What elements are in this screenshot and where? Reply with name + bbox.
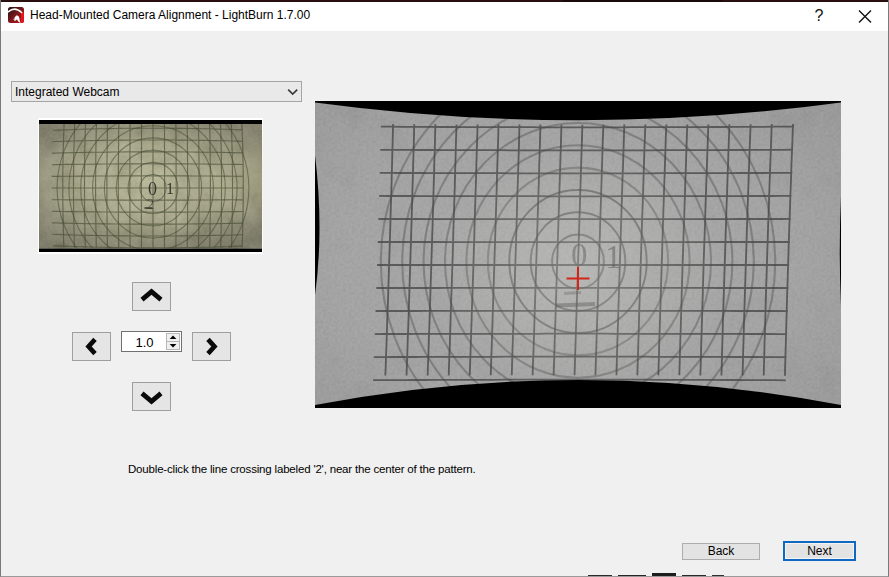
svg-text:1: 1	[166, 180, 174, 197]
